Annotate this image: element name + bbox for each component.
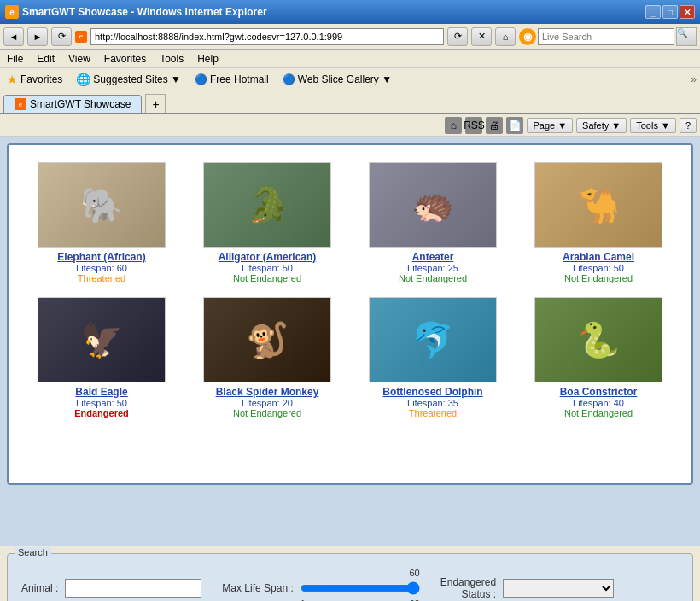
slider-max-label: 60 — [300, 568, 420, 578]
suggested-sites-icon: 🌐 — [76, 73, 90, 86]
main-content: 🐘Elephant (African)Lifespan: 60Threatene… — [0, 137, 700, 546]
window-controls: _ □ ✕ — [645, 5, 695, 19]
animal-name[interactable]: Bottlenosed Dolphin — [382, 386, 482, 398]
animal-card[interactable]: 🐍Boa ConstrictorLifespan: 40Not Endanger… — [522, 297, 674, 418]
tab-smartgwt-showcase[interactable]: e SmartGWT Showcase — [3, 95, 142, 113]
animal-card[interactable]: 🐘Elephant (African)Lifespan: 60Threatene… — [26, 162, 178, 283]
site-icon: e — [75, 31, 87, 43]
animal-name[interactable]: Black Spider Monkey — [216, 386, 319, 398]
endangered-select[interactable]: Not Endangered Threatened Endangered — [503, 579, 614, 598]
search-container: Search Animal : Max Life Span : 60 1 60 … — [7, 553, 693, 601]
refresh-stop-button[interactable]: ⟳ — [447, 27, 468, 46]
animal-name[interactable]: Boa Constrictor — [560, 386, 638, 398]
forward-button[interactable]: ► — [27, 27, 48, 46]
animal-name[interactable]: Elephant (African) — [57, 251, 145, 263]
live-search-icon: ◉ — [519, 28, 536, 45]
print-preview-icon[interactable]: 📄 — [506, 117, 523, 134]
animal-status: Not Endangered — [564, 273, 633, 283]
animal-search-input[interactable] — [65, 579, 201, 598]
search-section-title: Search — [15, 547, 51, 557]
animal-status: Not Endangered — [233, 408, 301, 418]
animal-lifespan: Lifespan: 25 — [407, 263, 458, 273]
help-button[interactable]: ? — [680, 118, 697, 133]
animal-name[interactable]: Arabian Camel — [563, 251, 634, 263]
animal-card[interactable]: 🐒Black Spider MonkeyLifespan: 20Not Enda… — [191, 297, 343, 418]
browser-toolbar: ⌂ RSS 🖨 📄 Page ▼ Safety ▼ Tools ▼ ? — [0, 114, 700, 137]
address-input[interactable] — [90, 28, 444, 45]
menu-file[interactable]: File — [3, 51, 26, 67]
animal-name[interactable]: Alligator (American) — [219, 251, 317, 263]
animal-card[interactable]: 🐬Bottlenosed DolphinLifespan: 35Threaten… — [357, 297, 509, 418]
stop-button[interactable]: ✕ — [471, 27, 492, 46]
animal-status: Threatened — [409, 408, 457, 418]
menu-view[interactable]: View — [65, 51, 94, 67]
print-icon[interactable]: 🖨 — [486, 117, 503, 134]
animal-status: Threatened — [78, 273, 125, 283]
animal-image: 🐍 — [534, 297, 662, 382]
animal-lifespan: Lifespan: 50 — [76, 398, 127, 408]
search-controls: Animal : Max Life Span : 60 1 60 Endange… — [21, 568, 679, 601]
menu-edit[interactable]: Edit — [33, 51, 58, 67]
animal-label: Animal : — [21, 582, 58, 594]
close-button[interactable]: ✕ — [680, 5, 695, 19]
animal-card[interactable]: 🦅Bald EagleLifespan: 50Endangered — [26, 297, 178, 418]
safety-button[interactable]: Safety ▼ — [576, 118, 627, 133]
home-button[interactable]: ⌂ — [495, 27, 516, 46]
lifespan-group: Max Life Span : 60 1 60 — [222, 568, 419, 601]
back-button[interactable]: ◄ — [3, 27, 24, 46]
rss-icon[interactable]: RSS — [465, 117, 482, 134]
web-slice-icon: 🔵 — [283, 73, 295, 85]
web-slice-gallery-link[interactable]: 🔵 Web Slice Gallery ▼ — [279, 72, 395, 87]
animal-lifespan: Lifespan: 60 — [76, 263, 127, 273]
animal-image: 🐊 — [203, 162, 331, 248]
animal-status: Not Endangered — [233, 273, 301, 283]
live-search-button[interactable]: 🔍 — [676, 27, 697, 46]
toolbar-extend: » — [691, 73, 697, 85]
menu-favorites[interactable]: Favorites — [101, 51, 149, 67]
maximize-button[interactable]: □ — [662, 5, 678, 19]
menu-help[interactable]: Help — [194, 51, 222, 67]
hotmail-icon: 🔵 — [195, 73, 207, 85]
minimize-button[interactable]: _ — [645, 5, 661, 19]
live-search-input[interactable] — [538, 28, 674, 45]
animal-card[interactable]: 🦔AnteaterLifespan: 25Not Endangered — [357, 162, 509, 283]
free-hotmail-link[interactable]: 🔵 Free Hotmail — [191, 72, 272, 87]
animal-status: Not Endangered — [399, 273, 467, 283]
menu-bar: File Edit View Favorites Tools Help — [0, 50, 700, 68]
animal-image: 🦔 — [369, 162, 497, 248]
animal-image: 🐬 — [369, 297, 497, 382]
favorites-button[interactable]: ★ Favorites — [3, 71, 66, 88]
animal-image: 🐪 — [534, 162, 662, 248]
window-title: SmartGWT Showcase - Windows Internet Exp… — [22, 6, 267, 18]
animal-lifespan: Lifespan: 50 — [242, 263, 293, 273]
animal-name[interactable]: Bald Eagle — [75, 386, 127, 398]
refresh-button[interactable]: ⟳ — [51, 27, 72, 46]
lifespan-slider[interactable] — [300, 580, 420, 597]
extend-icon: » — [691, 73, 697, 85]
tab-bar: e SmartGWT Showcase + — [0, 90, 700, 114]
animal-image: 🦅 — [38, 297, 166, 382]
home-toolbar-icon[interactable]: ⌂ — [445, 117, 462, 134]
tab-icon: e — [15, 98, 26, 110]
animal-name[interactable]: Anteater — [412, 251, 454, 263]
page-button[interactable]: Page ▼ — [527, 118, 573, 133]
endangered-group: EndangeredStatus : Not Endangered Threat… — [440, 576, 614, 600]
menu-tools[interactable]: Tools — [156, 51, 187, 67]
window-icon: e — [5, 5, 19, 19]
animals-panel: 🐘Elephant (African)Lifespan: 60Threatene… — [7, 143, 693, 485]
new-tab-button[interactable]: + — [145, 94, 166, 113]
suggested-sites-link[interactable]: 🌐 Suggested Sites ▼ — [73, 71, 184, 88]
tools-button[interactable]: Tools ▼ — [630, 118, 676, 133]
animal-status: Not Endangered — [564, 408, 633, 418]
address-bar: ◄ ► ⟳ e ⟳ ✕ ⌂ ◉ 🔍 — [0, 24, 700, 50]
animal-search-group: Animal : — [21, 579, 201, 598]
animal-lifespan: Lifespan: 20 — [242, 398, 293, 408]
slider-wrapper: 60 1 60 — [300, 568, 420, 601]
animal-image: 🐘 — [38, 162, 166, 248]
animal-status: Endangered — [74, 408, 129, 418]
animals-grid: 🐘Elephant (African)Lifespan: 60Threatene… — [19, 155, 681, 425]
animal-card[interactable]: 🐪Arabian CamelLifespan: 50Not Endangered — [522, 162, 674, 283]
animal-card[interactable]: 🐊Alligator (American)Lifespan: 50Not End… — [191, 162, 343, 283]
title-bar: e SmartGWT Showcase - Windows Internet E… — [0, 0, 700, 24]
animal-image: 🐒 — [203, 297, 331, 382]
